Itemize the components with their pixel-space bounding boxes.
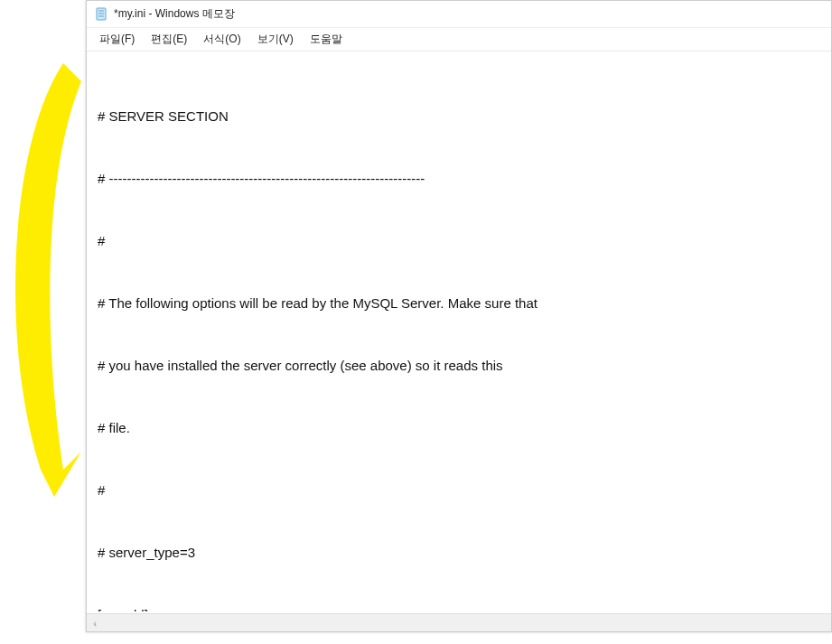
text-line: # file. (98, 417, 818, 438)
window-title: *my.ini - Windows 메모장 (114, 6, 235, 22)
text-line: # (98, 480, 818, 500)
text-line: # you have installed the server correctl… (98, 355, 818, 376)
titlebar[interactable]: *my.ini - Windows 메모장 (87, 1, 831, 28)
text-line: # The following options will be read by … (98, 293, 818, 313)
menu-file[interactable]: 파일(F) (92, 29, 142, 50)
horizontal-scrollbar[interactable]: ‹ (87, 613, 831, 631)
text-line: # (98, 230, 818, 251)
notepad-icon (94, 7, 108, 22)
scroll-left-icon[interactable]: ‹ (87, 615, 103, 631)
menu-format[interactable]: 서식(O) (196, 29, 248, 50)
text-line: # SERVER SECTION (98, 106, 818, 126)
text-line: # --------------------------------------… (98, 168, 818, 189)
menu-help[interactable]: 도움말 (303, 29, 350, 50)
text-line: [mysqld] (98, 604, 818, 611)
notepad-window: *my.ini - Windows 메모장 파일(F) 편집(E) 서식(O) … (86, 0, 832, 632)
text-line: # server_type=3 (98, 542, 818, 563)
menubar: 파일(F) 편집(E) 서식(O) 보기(V) 도움말 (87, 28, 831, 51)
menu-view[interactable]: 보기(V) (250, 29, 301, 50)
menu-edit[interactable]: 편집(E) (144, 29, 194, 50)
text-editor[interactable]: # SERVER SECTION # ---------------------… (87, 51, 831, 611)
